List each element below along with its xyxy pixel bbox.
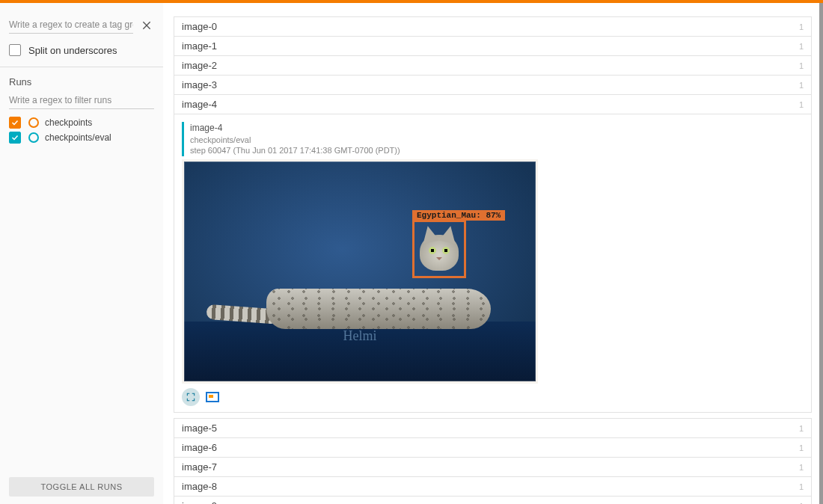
fullscreen-icon[interactable] bbox=[182, 388, 200, 406]
runs-filter-input[interactable] bbox=[9, 92, 154, 109]
image-row-count: 1 bbox=[799, 100, 804, 109]
run-color-swatch bbox=[28, 132, 39, 143]
image-card: image-4 checkpoints/eval step 60047 (Thu… bbox=[174, 114, 812, 413]
image-row-name: image-5 bbox=[182, 422, 217, 434]
image-card-step: step 60047 (Thu Jun 01 2017 17:41:38 GMT… bbox=[190, 145, 804, 156]
image-row-name: image-8 bbox=[182, 481, 217, 492]
image-row[interactable]: image-3 1 bbox=[174, 75, 812, 95]
image-watermark: Helmi bbox=[343, 328, 377, 344]
split-on-underscores-checkbox[interactable] bbox=[9, 44, 21, 56]
image-row-name: image-6 bbox=[182, 442, 217, 453]
image-row-name: image-3 bbox=[182, 79, 217, 90]
run-item-checkpoints[interactable]: checkpoints bbox=[0, 115, 163, 130]
split-on-underscores-label: Split on underscores bbox=[28, 45, 117, 56]
run-name: checkpoints bbox=[45, 117, 92, 128]
image-row-name: image-4 bbox=[182, 99, 217, 110]
image-row[interactable]: image-9 1 bbox=[174, 496, 812, 504]
image-row-count: 1 bbox=[799, 81, 804, 90]
image-row[interactable]: image-5 1 bbox=[174, 418, 812, 438]
run-item-checkpoints-eval[interactable]: checkpoints/eval bbox=[0, 130, 163, 145]
image-card-meta: image-4 checkpoints/eval step 60047 (Thu… bbox=[182, 122, 804, 156]
sidebar: Split on underscores Runs checkpoints ch… bbox=[0, 3, 163, 504]
image-row-count: 1 bbox=[799, 463, 804, 472]
tag-group-regex-input[interactable] bbox=[9, 16, 133, 34]
run-color-swatch bbox=[28, 117, 39, 128]
detection-box: Egyptian_Mau: 87% bbox=[412, 220, 466, 278]
image-row-count: 1 bbox=[799, 424, 804, 433]
run-checkbox[interactable] bbox=[9, 132, 21, 144]
image-row[interactable]: image-0 1 bbox=[174, 16, 812, 37]
image-row-name: image-1 bbox=[182, 40, 217, 52]
image-row[interactable]: image-1 1 bbox=[174, 36, 812, 56]
image-card-run: checkpoints/eval bbox=[190, 135, 804, 145]
image-row-count: 1 bbox=[799, 482, 804, 491]
runs-title: Runs bbox=[0, 67, 163, 92]
image-row-name: image-9 bbox=[182, 500, 217, 504]
toggle-all-runs-button[interactable]: TOGGLE ALL RUNS bbox=[9, 477, 154, 497]
image-row-count: 1 bbox=[799, 42, 804, 51]
image-row-count: 1 bbox=[799, 61, 804, 70]
image-row[interactable]: image-6 1 bbox=[174, 437, 812, 458]
main-panel: image-0 1 image-1 1 image-2 1 image-3 1 … bbox=[163, 3, 819, 504]
image-preview[interactable]: Egyptian_Mau: 87% Helmi bbox=[182, 159, 538, 384]
image-row-name: image-2 bbox=[182, 60, 217, 71]
run-checkbox[interactable] bbox=[9, 117, 21, 129]
image-row-name: image-7 bbox=[182, 461, 217, 473]
image-row[interactable]: image-4 1 bbox=[174, 94, 812, 114]
image-row[interactable]: image-2 1 bbox=[174, 55, 812, 76]
image-row-count: 1 bbox=[799, 443, 804, 452]
image-row[interactable]: image-8 1 bbox=[174, 476, 812, 497]
detection-label: Egyptian_Mau: 87% bbox=[412, 210, 505, 221]
image-row-count: 1 bbox=[799, 22, 804, 31]
run-name: checkpoints/eval bbox=[45, 132, 111, 143]
cat-body bbox=[206, 284, 513, 329]
actual-size-icon[interactable] bbox=[206, 392, 219, 402]
image-card-title: image-4 bbox=[190, 123, 804, 135]
image-row-name: image-0 bbox=[182, 21, 217, 32]
close-icon[interactable] bbox=[139, 18, 154, 33]
image-row[interactable]: image-7 1 bbox=[174, 457, 812, 477]
